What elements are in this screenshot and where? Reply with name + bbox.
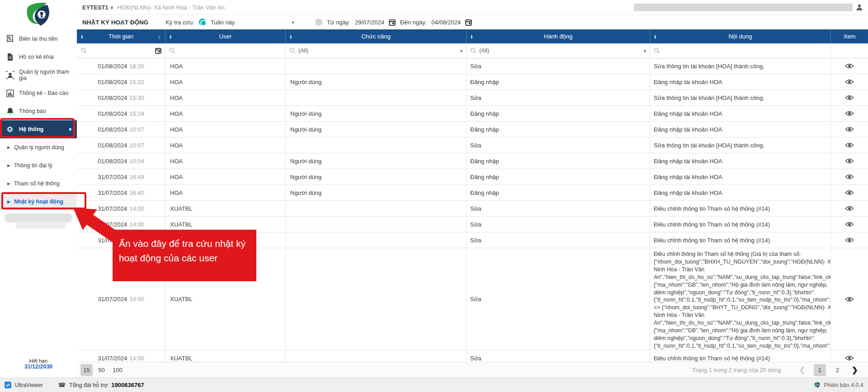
view-detail-button[interactable] <box>831 74 868 90</box>
view-detail-button[interactable] <box>831 90 868 105</box>
from-date-value[interactable]: 29/07/2024 <box>355 19 384 26</box>
sidebar-subitem-tham-so-he-thong[interactable]: ▶ Tham số hệ thống <box>0 175 77 193</box>
sidebar-subitem-thong-tin-dai-ly[interactable]: ▶ Thông tin đại lý <box>0 156 77 175</box>
next-page-icon[interactable]: ❯ <box>852 365 858 375</box>
user-profile-icon[interactable] <box>855 3 863 13</box>
cell-time: 31/07/202414:00 <box>77 350 165 362</box>
cell-action: Sửa <box>467 217 650 232</box>
calendar-icon[interactable] <box>465 19 472 26</box>
table-row[interactable]: 01/08/202416:20 HOA Sửa Sửa thông tin tà… <box>77 58 868 74</box>
to-date-value[interactable]: 04/08/2024 <box>431 19 461 26</box>
chart-icon <box>5 89 14 98</box>
period-radio-selected[interactable] <box>199 19 206 26</box>
view-detail-button[interactable] <box>831 153 868 169</box>
sidebar-subitem-quan-ly-nguoi-dung[interactable]: ▶ Quản lý người dùng <box>0 138 77 156</box>
cell-func <box>286 232 467 248</box>
shield-logo-icon <box>814 382 821 388</box>
account-name: EYTEST1 <box>82 4 108 11</box>
sidebar-item-ho-so-ke-khai[interactable]: Hồ sơ kê khai <box>0 48 77 66</box>
view-detail-button[interactable] <box>831 201 868 216</box>
view-detail-button[interactable] <box>831 169 868 184</box>
sidebar-item-he-thong[interactable]: Hệ thống ▾ <box>0 120 77 138</box>
prev-page-icon[interactable]: ❮ <box>799 365 806 375</box>
sidebar-item-thong-ke-bao-cao[interactable]: Thống kê - Báo cáo <box>0 84 77 102</box>
column-header-hanh-dong[interactable]: ▲▼ Hành động <box>467 29 650 43</box>
eye-icon <box>845 174 854 180</box>
table-row[interactable]: 01/08/202415:30 HOA Sửa Sửa thông tin tà… <box>77 90 868 106</box>
period-value: Tuần này <box>211 19 235 26</box>
column-header-noi-dung[interactable]: ▲▼ Nội dung <box>650 29 831 43</box>
page-size-15[interactable]: 15 <box>80 364 93 376</box>
column-label: Xem <box>844 33 856 40</box>
view-detail-button[interactable] <box>831 106 868 121</box>
page-size-50[interactable]: 50 <box>95 364 108 376</box>
top-bar: EYTEST1 ∨ HGĐ(NLNN)- Xã Ninh Hòa - Trần … <box>77 0 868 15</box>
view-filter-cell <box>831 43 868 58</box>
func-filter-select[interactable]: (All) ▾ <box>286 43 467 58</box>
page-number-2[interactable]: 2 <box>831 364 844 376</box>
table-row[interactable]: 31/07/202414:00 XUATBL Sửa Điều chỉnh th… <box>77 201 868 217</box>
cell-user: HOA <box>165 169 286 184</box>
footer-bar: ⇄ UltraViewer ☎ Tổng đài hỗ trợ 19006367… <box>0 378 868 392</box>
sidebar-subitem-nhat-ky-hoat-dong[interactable]: ▶ Nhật ký hoạt động <box>0 193 77 211</box>
sidebar-item-quan-ly-nguoi-tham-gia[interactable]: Quản lý người tham gia <box>0 66 77 84</box>
cell-func: Người dùng <box>286 185 467 200</box>
support-label: Tổng đài hỗ trợ <box>69 382 108 388</box>
cell-func <box>286 350 467 362</box>
period-select[interactable]: Tuần này ▾ <box>211 19 294 26</box>
sidebar-item-bien-lai-thu-tien[interactable]: Biên lai thu tiền <box>0 30 77 48</box>
page-number-1[interactable]: 1 <box>814 364 826 376</box>
cell-func <box>286 90 467 105</box>
pagination-info: Trang 1 trong 2 trang của 20 dòng <box>692 367 781 373</box>
cell-content: Đăng nhập tài khoản HOA <box>650 122 831 137</box>
cell-user: HOA <box>165 90 286 105</box>
expiry-date: 31/12/2030 <box>0 364 77 370</box>
column-header-user[interactable]: ▲▼ User <box>165 29 286 43</box>
view-detail-button[interactable] <box>831 137 868 153</box>
annotation-callout: Ấn vào đây để tra cứu nhật ký hoạt động … <box>113 230 256 281</box>
view-detail-button[interactable] <box>831 350 868 362</box>
calendar-icon[interactable] <box>155 47 161 54</box>
table-row[interactable]: 01/08/202410:07 HOA Người dùng Đăng nhập… <box>77 122 868 137</box>
view-detail-button[interactable] <box>831 122 868 137</box>
column-header-thoi-gian[interactable]: ▲▼ Thời gian ↓ <box>77 29 165 43</box>
sidebar-item-label: Thông báo <box>19 108 46 114</box>
cell-time: 01/08/202410:04 <box>77 153 165 169</box>
table-row[interactable]: 31/07/202414:00 XUATBL Sửa Điều chỉnh th… <box>77 350 868 362</box>
eye-icon <box>845 355 854 361</box>
cell-action: Đăng nhập <box>467 122 650 137</box>
table-row[interactable]: 01/08/202410:07 HOA Sửa Sửa thông tin tà… <box>77 137 868 153</box>
column-header-chuc-nang[interactable]: ▲▼ Chức năng <box>286 29 467 43</box>
sidebar-item-thong-bao[interactable]: Thông báo <box>0 102 77 120</box>
breadcrumb: HGĐ(NLNN)- Xã Ninh Hòa - Trần Văn An <box>117 4 225 11</box>
date-range-radio[interactable] <box>315 19 322 26</box>
view-detail-button[interactable] <box>831 232 868 248</box>
cell-content: Điều chỉnh thông tin Tham số hệ thống (#… <box>650 350 831 362</box>
user-filter-input[interactable] <box>165 43 286 58</box>
cell-func <box>286 201 467 216</box>
view-detail-button[interactable] <box>831 217 868 232</box>
eye-icon <box>845 189 854 196</box>
table-row[interactable]: 31/07/202416:40 HOA Người dùng Đăng nhập… <box>77 185 868 201</box>
view-detail-button[interactable] <box>831 248 868 350</box>
triangle-right-icon: ▶ <box>7 181 10 186</box>
view-detail-button[interactable] <box>831 58 868 74</box>
chevron-down-icon: ▾ <box>292 20 294 25</box>
table-row[interactable]: 01/08/202415:24 HOA Người dùng Đăng nhập… <box>77 106 868 122</box>
time-filter-input[interactable] <box>77 43 165 58</box>
page-size-100[interactable]: 100 <box>110 364 125 376</box>
table-row[interactable]: 01/08/202415:32 HOA Người dùng Đăng nhập… <box>77 74 868 90</box>
from-label: Từ ngày: <box>327 19 350 26</box>
view-detail-button[interactable] <box>831 185 868 200</box>
table-row[interactable]: 31/07/202416:49 HOA Người dùng Đăng nhập… <box>77 169 868 185</box>
account-menu[interactable]: EYTEST1 ∨ <box>82 4 113 11</box>
action-filter-select[interactable]: (All) ▾ <box>467 43 650 58</box>
column-label: Nội dung <box>728 33 752 40</box>
cell-action: Đăng nhập <box>467 185 650 200</box>
calendar-icon[interactable] <box>389 19 396 26</box>
table-row[interactable]: 01/08/202410:04 HOA Người dùng Đăng nhập… <box>77 153 868 169</box>
eye-icon <box>845 142 854 148</box>
page-title: NHẬT KÝ HOẠT ĐỘNG <box>82 19 148 26</box>
cell-content: Điều chỉnh thông tin Tham số hệ thống (#… <box>650 201 831 216</box>
content-filter-input[interactable] <box>650 43 831 58</box>
